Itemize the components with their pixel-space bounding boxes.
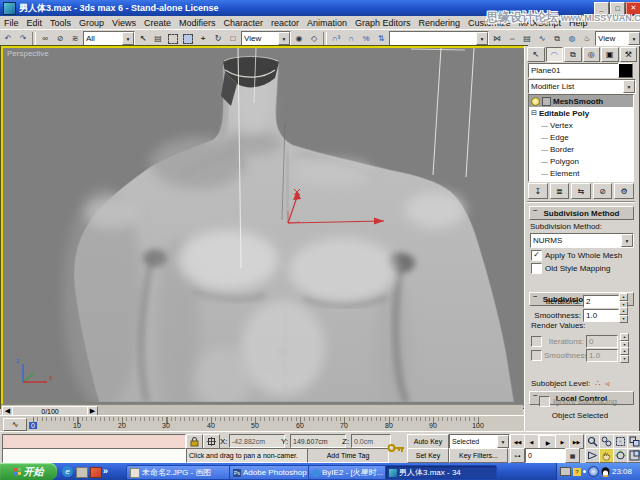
auto-key-button[interactable]: Auto Key — [407, 434, 449, 449]
render-type-dropdown[interactable]: View ▼ — [595, 31, 640, 46]
stack-item-vertex[interactable]: —Vertex — [529, 119, 633, 131]
snap-toggle-icon[interactable]: ∩³ — [329, 32, 343, 46]
pan-view-button[interactable] — [599, 448, 614, 463]
current-frame-field[interactable]: 0 — [525, 448, 569, 463]
undo-icon[interactable]: ↶ — [1, 32, 15, 46]
quick-launch-media-icon[interactable] — [90, 467, 102, 478]
curve-editor-icon[interactable]: ∿ — [535, 32, 549, 46]
smoothness-spinner[interactable]: ▴▾ — [619, 307, 628, 323]
move-icon[interactable]: + — [196, 32, 210, 46]
viewport-label[interactable]: Perspective — [7, 49, 49, 58]
time-configuration-button[interactable]: ▦ — [565, 448, 580, 463]
taskbar-item-paint[interactable]: 未命名2.JPG - 画图 — [126, 465, 234, 480]
set-key-button[interactable]: Set Key — [407, 448, 449, 463]
tab-create[interactable]: ↖ — [527, 47, 545, 62]
select-object-icon[interactable]: ↖ — [136, 32, 150, 46]
named-selection-dropdown[interactable]: ▼ — [389, 31, 489, 46]
remove-modifier-icon[interactable]: ⊘ — [593, 183, 613, 199]
key-filters-button[interactable]: Key Filters... — [449, 448, 508, 463]
subobject-edge-icon[interactable]: ◃ — [605, 379, 609, 388]
render-smoothness-checkbox[interactable] — [531, 350, 542, 361]
taskbar-item-3dsmax[interactable]: 男人体3.max - 34 — [385, 465, 497, 480]
zoom-extents-button[interactable] — [613, 434, 628, 449]
stack-item-element[interactable]: —Element — [529, 167, 633, 179]
dropdown-arrow-icon[interactable]: ▼ — [476, 32, 488, 45]
tab-display[interactable]: ▣ — [601, 47, 619, 62]
qq-penguin-icon[interactable] — [601, 467, 610, 477]
tab-motion[interactable]: ◎ — [583, 47, 601, 62]
select-by-name-icon[interactable]: ▤ — [151, 32, 165, 46]
zoom-all-button[interactable] — [599, 434, 614, 449]
show-end-result-icon[interactable]: ≣ — [550, 183, 570, 199]
rollout-subdivision-method[interactable]: − Subdivision Method — [529, 206, 634, 220]
dropdown-arrow-icon[interactable]: ▼ — [628, 32, 640, 45]
smoothness-field[interactable]: 1.0 — [583, 309, 619, 322]
selection-filter-dropdown[interactable]: All ▼ — [83, 31, 135, 46]
stack-item-edge[interactable]: —Edge — [529, 131, 633, 143]
next-frame-button[interactable]: ▶ — [555, 434, 570, 449]
x-coordinate-field[interactable]: -42.882cm — [229, 434, 285, 448]
dropdown-arrow-icon[interactable]: ▼ — [621, 234, 633, 247]
angle-snap-icon[interactable]: ∩ — [344, 32, 358, 46]
tab-utilities[interactable]: ⚒ — [620, 47, 638, 62]
window-crossing-icon[interactable] — [181, 32, 195, 46]
field-of-view-button[interactable] — [585, 448, 600, 463]
tab-modify[interactable]: ◠ — [546, 47, 564, 62]
taskbar-item-browser[interactable]: ByIE2 - [火星时... — [308, 465, 390, 480]
menu-create[interactable]: Create — [140, 18, 175, 28]
go-to-start-button[interactable]: ◀◀ — [510, 434, 525, 449]
collapse-icon[interactable]: − — [533, 391, 538, 400]
select-link-icon[interactable]: ∞ — [38, 32, 52, 46]
key-mode-dropdown[interactable]: Selected ▼ — [449, 434, 510, 449]
object-name-field[interactable]: Plane01 — [528, 63, 620, 78]
make-unique-icon[interactable]: ⇆ — [571, 183, 591, 199]
add-time-tag[interactable]: Add Time Tag — [307, 448, 389, 463]
z-coordinate-field[interactable]: 0.0cm — [351, 434, 391, 448]
material-editor-icon[interactable]: ◍ — [565, 32, 579, 46]
expand-icon[interactable]: ⊟ — [531, 109, 537, 117]
menu-animation[interactable]: Animation — [303, 18, 351, 28]
stack-item-editable-poly[interactable]: ⊟ Editable Poly — [529, 107, 633, 119]
menu-tools[interactable]: Tools — [46, 18, 75, 28]
modifier-list-dropdown[interactable]: Modifier List ▼ — [528, 79, 636, 94]
printer-tray-icon[interactable] — [560, 467, 571, 476]
help-tray-icon[interactable]: ? — [573, 468, 581, 476]
stack-item-border[interactable]: —Border — [529, 143, 633, 155]
apply-to-whole-mesh-checkbox[interactable]: ✓ — [531, 250, 542, 261]
clock-tray-icon[interactable] — [588, 466, 599, 477]
menu-views[interactable]: Views — [108, 18, 140, 28]
layer-manager-icon[interactable]: ▤ — [520, 32, 534, 46]
menu-file[interactable]: File — [0, 18, 23, 28]
rect-region-icon[interactable] — [166, 32, 180, 46]
zoom-button[interactable] — [585, 434, 600, 449]
menu-edit[interactable]: Edit — [23, 18, 47, 28]
menu-rendering[interactable]: Rendering — [415, 18, 465, 28]
arc-rotate-button[interactable] — [613, 448, 628, 463]
previous-frame-button[interactable]: ◀ — [524, 434, 539, 449]
ref-coord-dropdown[interactable]: View ▼ — [241, 31, 291, 46]
redo-icon[interactable]: ↷ — [16, 32, 30, 46]
spinner-snap-icon[interactable]: ⇅ — [374, 32, 388, 46]
iterations-field[interactable]: 2 — [583, 295, 619, 308]
quick-launch-chevron-icon[interactable]: » — [103, 466, 108, 476]
mirror-icon[interactable]: ⋈ — [490, 32, 504, 46]
align-icon[interactable]: ⇔ — [505, 32, 519, 46]
perspective-viewport[interactable]: z x Perspective — [1, 46, 527, 408]
maxscript-mini-listener[interactable] — [2, 448, 186, 463]
modifier-enable-icon[interactable] — [531, 97, 540, 106]
dropdown-arrow-icon[interactable]: ▼ — [122, 32, 134, 45]
mini-curve-editor-button[interactable]: ∿ — [3, 418, 27, 431]
menu-graph-editors[interactable]: Graph Editors — [351, 18, 415, 28]
object-color-swatch[interactable] — [618, 63, 633, 78]
menu-reactor[interactable]: reactor — [267, 18, 303, 28]
old-style-mapping-checkbox[interactable] — [531, 263, 542, 274]
dropdown-arrow-icon[interactable]: ▼ — [497, 435, 509, 448]
tab-hierarchy[interactable]: ⧉ — [564, 47, 582, 62]
stack-item-polygon[interactable]: —Polygon — [529, 155, 633, 167]
schematic-view-icon[interactable]: ⧉ — [550, 32, 564, 46]
ignore-backfacing-checkbox[interactable] — [539, 396, 550, 407]
unlink-icon[interactable]: ⊘ — [53, 32, 67, 46]
select-manipulate-icon[interactable]: ◇ — [307, 32, 321, 46]
dropdown-arrow-icon[interactable]: ▼ — [278, 32, 290, 45]
render-iterations-checkbox[interactable] — [531, 336, 542, 347]
